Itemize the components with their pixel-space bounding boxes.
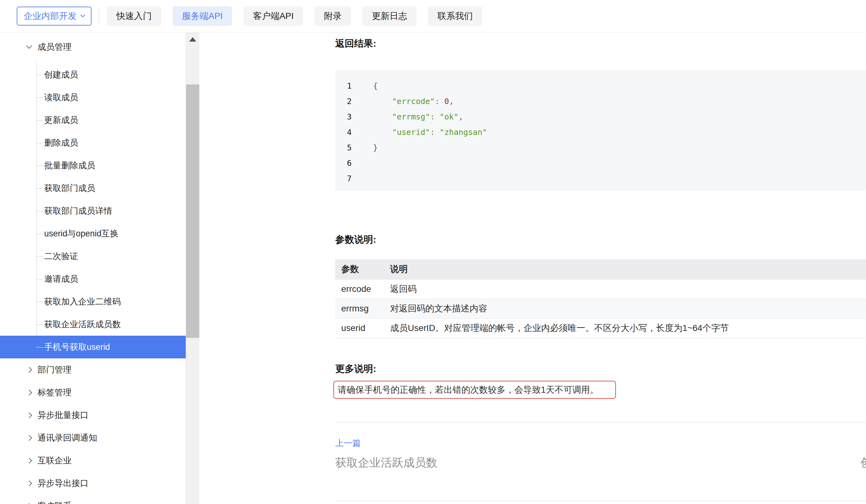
table-header-cell: 参数 bbox=[335, 259, 382, 279]
sidebar-group-互联企业[interactable]: 互联企业 bbox=[0, 449, 186, 472]
code-line-1: 1{ bbox=[335, 78, 866, 93]
params-table: 参数说明 errcode返回码errmsg对返回码的文本描述内容userid成员… bbox=[335, 259, 866, 338]
chevron-right-icon bbox=[26, 367, 32, 372]
table-row: errcode返回码 bbox=[335, 279, 866, 299]
sidebar-group-成员管理[interactable]: 成员管理 bbox=[0, 36, 186, 58]
warning-note-box: 请确保手机号的正确性，若出错的次数较多，会导致1天不可调用。 bbox=[333, 381, 616, 399]
code-token: } bbox=[373, 143, 378, 152]
sidebar-group-label: 标签管理 bbox=[37, 387, 71, 398]
tab-服务端API[interactable]: 服务端API bbox=[173, 6, 232, 26]
code-token bbox=[373, 112, 392, 121]
table-cell: 成员UserID。对应管理端的帐号，企业内必须唯一。不区分大小写，长度为1~64… bbox=[382, 318, 866, 338]
sidebar-item-批量删除成员[interactable]: 批量删除成员 bbox=[0, 154, 186, 177]
table-cell: errcode bbox=[335, 279, 382, 299]
sidebar-group-异步导出接口[interactable]: 异步导出接口 bbox=[0, 472, 186, 494]
sidebar-group-label: 异步批量接口 bbox=[37, 410, 89, 421]
code-line-4: 4 "userid": "zhangsan" bbox=[335, 124, 866, 140]
line-number: 7 bbox=[335, 171, 352, 186]
sidebar-item-获取企业活跃成员数[interactable]: 获取企业活跃成员数 bbox=[0, 313, 186, 336]
line-number: 6 bbox=[335, 155, 352, 171]
dev-mode-dropdown-label: 企业内部开发 bbox=[24, 10, 77, 22]
tab-联系我们[interactable]: 联系我们 bbox=[428, 6, 482, 26]
code-line-2: 2 "errcode": 0, bbox=[335, 93, 866, 109]
params-table-header-row: 参数说明 bbox=[335, 259, 866, 279]
line-number: 4 bbox=[335, 124, 352, 140]
sidebar-item-邀请成员[interactable]: 邀请成员 bbox=[0, 268, 186, 290]
json-code-block: 1{2 "errcode": 0,3 "errmsg": "ok",4 "use… bbox=[335, 70, 866, 191]
sidebar-item-二次验证[interactable]: 二次验证 bbox=[0, 245, 186, 268]
sidebar-group-部门管理[interactable]: 部门管理 bbox=[0, 358, 186, 381]
more-notes-heading: 更多说明: bbox=[335, 362, 376, 376]
scrollbar-thumb[interactable] bbox=[186, 85, 199, 338]
line-number: 2 bbox=[335, 93, 352, 109]
chevron-down-icon bbox=[26, 43, 32, 48]
tab-更新日志[interactable]: 更新日志 bbox=[362, 6, 417, 26]
sidebar-item-label: 批量删除成员 bbox=[44, 160, 95, 171]
code-token: : bbox=[430, 128, 435, 137]
sidebar-item-读取成员[interactable]: 读取成员 bbox=[0, 86, 186, 109]
code-token: "ok" bbox=[440, 112, 458, 121]
table-row: userid成员UserID。对应管理端的帐号，企业内必须唯一。不区分大小写，长… bbox=[335, 318, 866, 338]
top-nav-bar: 企业内部开发 快速入门服务端API客户端API附录更新日志联系我们 bbox=[0, 0, 866, 32]
code-token: , bbox=[458, 112, 463, 121]
code-token: "userid" bbox=[392, 128, 430, 137]
sidebar-group-label: 通讯录回调通知 bbox=[37, 432, 97, 444]
code-line-7: 7 bbox=[335, 171, 866, 186]
sidebar-item-手机号获取userid[interactable]: 手机号获取userid bbox=[0, 336, 186, 358]
sidebar-item-userid与openid互换[interactable]: userid与openid互换 bbox=[0, 222, 186, 245]
sidebar-item-label: 获取部门成员详情 bbox=[44, 205, 112, 216]
dev-mode-dropdown[interactable]: 企业内部开发 bbox=[17, 7, 91, 25]
code-line-3: 3 "errmsg": "ok", bbox=[335, 109, 866, 124]
bottom-divider bbox=[335, 501, 866, 502]
params-heading: 参数说明: bbox=[335, 233, 376, 246]
table-cell: userid bbox=[335, 318, 382, 338]
code-line-6: 6 bbox=[335, 155, 866, 171]
tab-客户端API[interactable]: 客户端API bbox=[243, 6, 303, 26]
sidebar-group-标签管理[interactable]: 标签管理 bbox=[0, 381, 186, 404]
code-token: "errcode" bbox=[392, 97, 435, 106]
sidebar-item-label: 获取企业活跃成员数 bbox=[44, 319, 121, 330]
code-token: "errmsg" bbox=[392, 112, 430, 121]
sidebar-item-删除成员[interactable]: 删除成员 bbox=[0, 132, 186, 154]
sidebar-group-通讯录回调通知[interactable]: 通讯录回调通知 bbox=[0, 426, 186, 449]
sidebar-item-获取部门成员[interactable]: 获取部门成员 bbox=[0, 177, 186, 200]
sidebar-scrollbar[interactable] bbox=[186, 32, 199, 504]
result-heading: 返回结果: bbox=[335, 37, 376, 50]
sidebar-item-创建成员[interactable]: 创建成员 bbox=[0, 63, 186, 86]
sidebar-item-label: userid与openid互换 bbox=[44, 228, 119, 239]
sidebar-item-label: 创建成员 bbox=[44, 69, 78, 80]
chevron-right-icon bbox=[26, 412, 32, 418]
sidebar-item-label: 邀请成员 bbox=[44, 273, 78, 284]
sidebar-item-获取加入企业二维码[interactable]: 获取加入企业二维码 bbox=[0, 290, 186, 313]
doc-content: 返回结果: 1{2 "errcode": 0,3 "errmsg": "ok",… bbox=[335, 32, 866, 504]
sidebar-group-客户联系[interactable]: 客户联系 bbox=[0, 494, 186, 504]
line-number: 5 bbox=[335, 140, 352, 155]
code-token: "zhangsan" bbox=[440, 128, 487, 137]
code-token bbox=[373, 128, 392, 137]
code-line-5: 5} bbox=[335, 140, 866, 155]
code-token bbox=[440, 97, 444, 106]
tab-附录[interactable]: 附录 bbox=[314, 6, 351, 26]
line-number: 1 bbox=[335, 78, 352, 93]
line-number: 3 bbox=[335, 109, 352, 124]
sidebar-item-label: 删除成员 bbox=[44, 137, 78, 148]
prev-article-link[interactable]: 上一篇 bbox=[335, 437, 361, 449]
tab-快速入门[interactable]: 快速入门 bbox=[107, 6, 161, 26]
sidebar-item-label: 读取成员 bbox=[44, 92, 78, 103]
sidebar-group-异步批量接口[interactable]: 异步批量接口 bbox=[0, 404, 186, 426]
code-token bbox=[435, 128, 440, 137]
sidebar-group-label: 互联企业 bbox=[37, 455, 71, 466]
prev-article-title[interactable]: 获取企业活跃成员数 bbox=[335, 455, 437, 471]
table-row: errmsg对返回码的文本描述内容 bbox=[335, 299, 866, 318]
code-token: : bbox=[430, 112, 435, 121]
next-article-title-clipped[interactable]: 创 bbox=[860, 455, 866, 471]
sidebar-item-label: 获取部门成员 bbox=[44, 182, 95, 194]
sidebar-group-label: 客户联系 bbox=[37, 500, 71, 504]
nav-tabs: 快速入门服务端API客户端API附录更新日志联系我们 bbox=[107, 6, 493, 26]
footer-divider bbox=[335, 422, 866, 423]
scrollbar-up-arrow-icon[interactable] bbox=[189, 37, 196, 42]
chevron-right-icon bbox=[26, 435, 32, 441]
table-cell: 返回码 bbox=[382, 279, 866, 299]
sidebar-item-获取部门成员详情[interactable]: 获取部门成员详情 bbox=[0, 200, 186, 222]
sidebar-item-更新成员[interactable]: 更新成员 bbox=[0, 109, 186, 132]
